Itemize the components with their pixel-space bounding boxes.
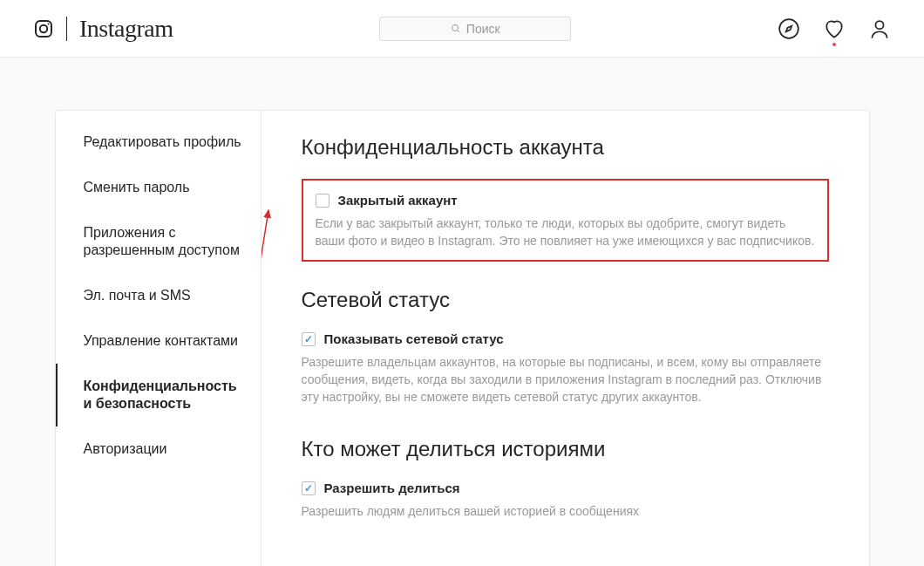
sidebar-item-login-activity[interactable]: Авторизации bbox=[56, 426, 261, 472]
annotation-arrow bbox=[262, 203, 305, 395]
header-center: Поиск bbox=[173, 17, 778, 41]
story-sharing-label: Разрешить делиться bbox=[324, 481, 460, 495]
svg-line-4 bbox=[457, 30, 459, 32]
search-input[interactable]: Поиск bbox=[379, 17, 571, 41]
sidebar-item-manage-contacts[interactable]: Управление контактами bbox=[56, 318, 261, 364]
settings-content: Конфиденциальность аккаунта Закрытый акк… bbox=[262, 111, 869, 566]
svg-point-2 bbox=[48, 23, 50, 24]
svg-marker-6 bbox=[786, 25, 792, 31]
story-sharing-row: Разрешить делиться bbox=[302, 481, 829, 495]
profile-icon[interactable] bbox=[868, 17, 891, 40]
settings-sidebar: Редактировать профиль Сменить пароль При… bbox=[56, 111, 262, 566]
settings-panel: Редактировать профиль Сменить пароль При… bbox=[55, 110, 870, 566]
private-account-label: Закрытый аккаунт bbox=[338, 193, 458, 208]
story-sharing-checkbox[interactable] bbox=[302, 481, 316, 495]
activity-status-row: Показывать сетевой статус bbox=[302, 331, 829, 346]
top-nav: Instagram Поиск bbox=[0, 0, 924, 58]
search-placeholder: Поиск bbox=[466, 22, 500, 36]
sidebar-item-edit-profile[interactable]: Редактировать профиль bbox=[56, 119, 261, 165]
activity-heart-icon[interactable] bbox=[823, 17, 846, 40]
activity-status-desc: Разрешите владельцам аккаунтов, на котор… bbox=[302, 353, 829, 406]
activity-status-label: Показывать сетевой статус bbox=[324, 331, 504, 346]
svg-point-7 bbox=[875, 21, 883, 29]
section-title-account-privacy: Конфиденциальность аккаунта bbox=[302, 135, 829, 160]
svg-point-1 bbox=[40, 24, 47, 31]
explore-icon[interactable] bbox=[778, 17, 800, 40]
section-title-story-sharing: Кто может делиться историями bbox=[302, 437, 829, 461]
header-actions bbox=[778, 17, 891, 40]
story-sharing-block: Кто может делиться историями Разрешить д… bbox=[302, 437, 829, 520]
activity-status-block: Сетевой статус Показывать сетевой статус… bbox=[302, 288, 829, 406]
private-account-row: Закрытый аккаунт bbox=[316, 193, 815, 208]
sidebar-item-email-sms[interactable]: Эл. почта и SMS bbox=[56, 273, 261, 318]
brand-block: Instagram bbox=[33, 15, 173, 43]
search-icon bbox=[451, 24, 461, 34]
private-account-highlight: Закрытый аккаунт Если у вас закрытый акк… bbox=[302, 179, 829, 262]
svg-rect-0 bbox=[36, 21, 51, 37]
svg-line-8 bbox=[262, 210, 268, 386]
svg-point-3 bbox=[452, 24, 458, 31]
sidebar-item-change-password[interactable]: Сменить пароль bbox=[56, 165, 261, 210]
activity-status-checkbox[interactable] bbox=[302, 332, 316, 346]
story-sharing-desc: Разрешить людям делиться вашей историей … bbox=[302, 502, 829, 520]
sidebar-item-authorized-apps[interactable]: Приложения с разрешенным доступом bbox=[56, 210, 261, 273]
svg-point-5 bbox=[779, 19, 798, 38]
sidebar-item-privacy-security[interactable]: Конфиденциальность и безопасность bbox=[56, 364, 261, 426]
section-title-activity-status: Сетевой статус bbox=[302, 288, 829, 312]
notification-dot bbox=[832, 43, 836, 46]
private-account-checkbox[interactable] bbox=[316, 194, 330, 208]
brand-divider bbox=[66, 17, 67, 41]
camera-icon[interactable] bbox=[33, 18, 54, 39]
wordmark[interactable]: Instagram bbox=[79, 15, 173, 43]
private-account-desc: Если у вас закрытый аккаунт, только те л… bbox=[316, 215, 815, 249]
